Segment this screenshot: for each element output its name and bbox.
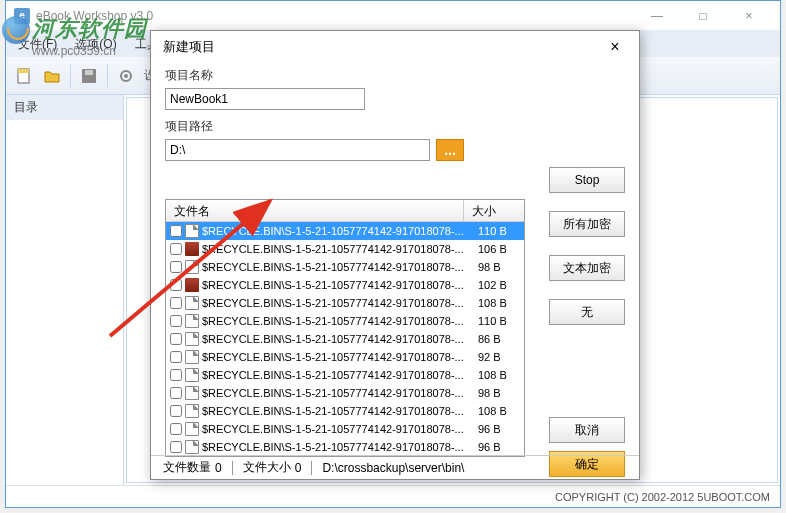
file-icon xyxy=(185,260,199,274)
file-checkbox[interactable] xyxy=(170,297,182,309)
file-checkbox[interactable] xyxy=(170,441,182,453)
file-size-value: 0 xyxy=(295,461,302,475)
file-name: $RECYCLE.BIN\S-1-5-21-1057774142-9170180… xyxy=(202,387,474,399)
file-checkbox[interactable] xyxy=(170,351,182,363)
file-list-header: 文件名 大小 xyxy=(166,200,524,222)
svg-rect-1 xyxy=(18,69,29,73)
file-name: $RECYCLE.BIN\S-1-5-21-1057774142-9170180… xyxy=(202,405,474,417)
file-row[interactable]: $RECYCLE.BIN\S-1-5-21-1057774142-9170180… xyxy=(166,330,524,348)
dialog-body: 项目名称 项目路径 ... xyxy=(151,67,639,161)
file-name: $RECYCLE.BIN\S-1-5-21-1057774142-9170180… xyxy=(202,315,474,327)
project-path-input[interactable] xyxy=(165,139,430,161)
close-button[interactable]: × xyxy=(726,1,772,31)
window-title: eBook Workshop v3.0 xyxy=(36,9,634,23)
open-icon[interactable] xyxy=(40,64,64,88)
file-size: 108 B xyxy=(474,369,524,381)
encrypt-all-button[interactable]: 所有加密 xyxy=(549,211,625,237)
side-buttons-top: Stop 所有加密 文本加密 无 xyxy=(549,167,625,325)
file-row[interactable]: $RECYCLE.BIN\S-1-5-21-1057774142-9170180… xyxy=(166,348,524,366)
titlebar: e eBook Workshop v3.0 — □ × xyxy=(6,1,780,31)
settings-icon[interactable] xyxy=(114,64,138,88)
file-name: $RECYCLE.BIN\S-1-5-21-1057774142-9170180… xyxy=(202,225,474,237)
dialog-close-icon[interactable]: × xyxy=(603,35,627,59)
sidebar: 目录 xyxy=(6,95,124,485)
file-icon xyxy=(185,440,199,454)
sidebar-title: 目录 xyxy=(6,95,123,120)
file-size: 110 B xyxy=(474,225,524,237)
dialog-statusbar: 文件数量 0 文件大小 0 D:\crossbackup\server\bin\ xyxy=(151,455,639,479)
file-count-value: 0 xyxy=(215,461,222,475)
file-row[interactable]: $RECYCLE.BIN\S-1-5-21-1057774142-9170180… xyxy=(166,294,524,312)
file-checkbox[interactable] xyxy=(170,279,182,291)
column-filename[interactable]: 文件名 xyxy=(166,200,464,221)
svg-point-5 xyxy=(124,74,128,78)
file-row[interactable]: $RECYCLE.BIN\S-1-5-21-1057774142-9170180… xyxy=(166,384,524,402)
dialog-titlebar: 新建项目 × xyxy=(151,31,639,63)
file-size: 108 B xyxy=(474,297,524,309)
file-count-label: 文件数量 xyxy=(163,459,211,476)
archive-icon xyxy=(185,278,199,292)
file-row[interactable]: $RECYCLE.BIN\S-1-5-21-1057774142-9170180… xyxy=(166,240,524,258)
file-size: 106 B xyxy=(474,243,524,255)
file-checkbox[interactable] xyxy=(170,225,182,237)
status-separator xyxy=(311,461,312,475)
file-size-label: 文件大小 xyxy=(243,459,291,476)
file-row[interactable]: $RECYCLE.BIN\S-1-5-21-1057774142-9170180… xyxy=(166,276,524,294)
file-list-rows[interactable]: $RECYCLE.BIN\S-1-5-21-1057774142-9170180… xyxy=(166,222,524,456)
copyright-label: COPYRIGHT (C) 2002-2012 5UBOOT.COM xyxy=(555,491,770,503)
project-name-label: 项目名称 xyxy=(165,67,625,84)
file-checkbox[interactable] xyxy=(170,243,182,255)
archive-icon xyxy=(185,242,199,256)
encrypt-text-button[interactable]: 文本加密 xyxy=(549,255,625,281)
file-checkbox[interactable] xyxy=(170,333,182,345)
file-checkbox[interactable] xyxy=(170,387,182,399)
file-checkbox[interactable] xyxy=(170,423,182,435)
file-row[interactable]: $RECYCLE.BIN\S-1-5-21-1057774142-9170180… xyxy=(166,438,524,456)
file-name: $RECYCLE.BIN\S-1-5-21-1057774142-9170180… xyxy=(202,351,474,363)
file-icon xyxy=(185,296,199,310)
none-button[interactable]: 无 xyxy=(549,299,625,325)
cancel-button[interactable]: 取消 xyxy=(549,417,625,443)
file-name: $RECYCLE.BIN\S-1-5-21-1057774142-9170180… xyxy=(202,333,474,345)
file-row[interactable]: $RECYCLE.BIN\S-1-5-21-1057774142-9170180… xyxy=(166,222,524,240)
file-size: 92 B xyxy=(474,351,524,363)
column-size[interactable]: 大小 xyxy=(464,200,524,221)
file-name: $RECYCLE.BIN\S-1-5-21-1057774142-9170180… xyxy=(202,369,474,381)
file-size: 102 B xyxy=(474,279,524,291)
file-row[interactable]: $RECYCLE.BIN\S-1-5-21-1057774142-9170180… xyxy=(166,258,524,276)
file-icon xyxy=(185,422,199,436)
file-icon xyxy=(185,332,199,346)
status-separator xyxy=(232,461,233,475)
statusbar: COPYRIGHT (C) 2002-2012 5UBOOT.COM xyxy=(6,485,780,507)
file-row[interactable]: $RECYCLE.BIN\S-1-5-21-1057774142-9170180… xyxy=(166,420,524,438)
stop-button[interactable]: Stop xyxy=(549,167,625,193)
file-icon xyxy=(185,386,199,400)
toolbar-separator xyxy=(107,64,108,88)
dialog-title: 新建项目 xyxy=(163,38,215,56)
file-size: 98 B xyxy=(474,261,524,273)
file-size: 108 B xyxy=(474,405,524,417)
file-checkbox[interactable] xyxy=(170,315,182,327)
file-row[interactable]: $RECYCLE.BIN\S-1-5-21-1057774142-9170180… xyxy=(166,312,524,330)
file-name: $RECYCLE.BIN\S-1-5-21-1057774142-9170180… xyxy=(202,441,474,453)
save-icon[interactable] xyxy=(77,64,101,88)
new-icon[interactable] xyxy=(12,64,36,88)
file-checkbox[interactable] xyxy=(170,369,182,381)
file-checkbox[interactable] xyxy=(170,261,182,273)
file-icon xyxy=(185,404,199,418)
file-size: 86 B xyxy=(474,333,524,345)
app-icon: e xyxy=(14,8,30,24)
minimize-button[interactable]: — xyxy=(634,1,680,31)
file-icon xyxy=(185,314,199,328)
menu-options[interactable]: 选项(O) xyxy=(67,33,124,56)
menu-file[interactable]: 文件(F) xyxy=(10,33,65,56)
file-row[interactable]: $RECYCLE.BIN\S-1-5-21-1057774142-9170180… xyxy=(166,402,524,420)
file-icon xyxy=(185,368,199,382)
file-row[interactable]: $RECYCLE.BIN\S-1-5-21-1057774142-9170180… xyxy=(166,366,524,384)
maximize-button[interactable]: □ xyxy=(680,1,726,31)
file-checkbox[interactable] xyxy=(170,405,182,417)
project-name-input[interactable] xyxy=(165,88,365,110)
file-size: 98 B xyxy=(474,387,524,399)
browse-button[interactable]: ... xyxy=(436,139,464,161)
file-name: $RECYCLE.BIN\S-1-5-21-1057774142-9170180… xyxy=(202,243,474,255)
